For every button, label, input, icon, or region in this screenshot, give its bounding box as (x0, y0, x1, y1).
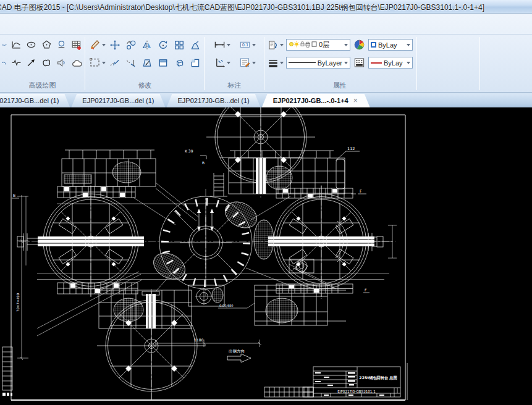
color-swatch (371, 42, 376, 48)
polygon-icon[interactable] (40, 38, 53, 52)
tab-document-1[interactable]: P0217J0-GB...del (1) (0, 94, 70, 107)
mirror-icon[interactable] (141, 38, 154, 52)
coord-dim-icon[interactable] (213, 56, 226, 70)
group-label-dimension: 标注 (205, 81, 264, 90)
dim-left: 70×7=490 (16, 293, 20, 312)
curve-icon[interactable] (10, 38, 23, 52)
label-e: E (13, 193, 15, 198)
chamfer-icon[interactable] (141, 56, 154, 70)
stretch-icon[interactable] (189, 38, 202, 52)
label-f-mid: F (360, 189, 362, 194)
corner-trim-icon[interactable] (189, 56, 202, 70)
tab-label: EJP0217J0-GB...del (1) (178, 97, 250, 104)
linetype-value: ByLayer (318, 59, 342, 67)
dropdown-caret[interactable] (407, 44, 410, 46)
linear-dim-icon[interactable] (213, 38, 226, 52)
linewidth-sample (371, 62, 382, 64)
rotate-copy-icon[interactable] (125, 38, 138, 52)
ellipse-icon[interactable] (25, 38, 38, 52)
rotate-icon[interactable] (157, 38, 170, 52)
tab-label: EJP0217J0-GB...del (1) (82, 97, 154, 104)
titleblock-drawing-number: EJP0217J0-GBS3101.1 (337, 390, 376, 394)
hatch-style-icon[interactable] (353, 56, 366, 70)
flatness-callout: 0.05/480 (219, 304, 233, 307)
label-b: B (202, 161, 205, 165)
ribbon-group-separator (479, 37, 480, 90)
contour-icon[interactable] (40, 56, 53, 70)
match-properties-icon[interactable] (266, 38, 279, 52)
extend-icon[interactable] (125, 56, 138, 70)
ribbon-group-modify: 修改 (86, 36, 204, 91)
layer-value: 0层 (319, 40, 329, 49)
view3d-icon[interactable] (173, 56, 186, 70)
ribbon-group-dimension: 0.1 标注 (205, 36, 264, 91)
label-k39: K 39 (185, 149, 193, 153)
array-icon[interactable] (173, 38, 186, 52)
tab-document-3[interactable]: EJP0217J0-GB...del (1) (167, 94, 261, 107)
box-icon[interactable] (157, 56, 170, 70)
dropdown-caret[interactable] (407, 62, 410, 64)
ribbon-group-separator (416, 37, 417, 90)
move-icon[interactable] (109, 38, 122, 52)
linewidth-value: ByLay (384, 59, 403, 67)
color-value: ByLay (378, 41, 397, 49)
group-label-properties: 属性 (265, 81, 415, 90)
group-label-modify: 修改 (86, 81, 204, 90)
ribbon-group-separator (85, 37, 85, 90)
dropdown-caret[interactable] (227, 62, 230, 64)
title-bar: CAD 电子图板2015 - [C:\Users\Administrator\D… (0, 0, 532, 14)
ribbon-panels: 高级绘图 修改 (0, 36, 532, 93)
wave-line-icon[interactable] (10, 56, 23, 70)
tab-label: P0217J0-GB...del (1) (0, 97, 59, 104)
revolve-icon[interactable] (55, 56, 68, 70)
ribbon-group-separator (264, 37, 264, 90)
dropdown-caret[interactable] (344, 44, 348, 46)
text-annotate-icon[interactable] (239, 56, 251, 70)
ribbon-group-properties: 0层 ByLay ByLayer (265, 36, 415, 91)
tab-document-2[interactable]: EJP0217J0-GB...del (1) (71, 94, 165, 107)
arrow-icon[interactable] (25, 56, 38, 70)
dropdown-caret[interactable] (102, 62, 106, 64)
ribbon-divider (0, 34, 532, 35)
linetype-sample (289, 62, 316, 63)
spline-icon[interactable] (2, 38, 8, 52)
label-f-low: F (365, 288, 367, 292)
ribbon: 高级绘图 修改 (0, 14, 532, 93)
dropdown-caret[interactable] (280, 44, 284, 46)
gear-mesh-hatch[interactable] (254, 220, 274, 259)
select-rect-icon[interactable] (88, 56, 101, 70)
cad-canvas[interactable]: E K 39 B 112 F F 1180 70×7=490 0.05/480 … (0, 107, 532, 405)
tab-close-icon[interactable]: × (352, 96, 359, 105)
line-width-icon[interactable] (266, 56, 279, 70)
brush-icon[interactable] (88, 38, 101, 52)
layer-select[interactable]: 0层 (286, 39, 350, 51)
linetype-select[interactable]: ByLayer (286, 57, 350, 69)
dropdown-caret[interactable] (102, 44, 106, 46)
sphere-icon[interactable] (55, 38, 68, 52)
ribbon-group-draw: 高级绘图 (0, 36, 85, 91)
dropdown-caret[interactable] (252, 44, 256, 46)
color-wheel-icon[interactable] (353, 38, 366, 52)
dropdown-caret[interactable] (280, 62, 284, 64)
tolerance-dim-icon[interactable]: 0.1 (239, 38, 251, 52)
dropdown-caret[interactable] (252, 62, 256, 64)
tab-document-active[interactable]: EJP0217J0-GB...-.0-1+4 × (262, 94, 370, 107)
arc-icon[interactable] (2, 56, 8, 70)
titleblock-part-name: 225t钢包回转台 总图 (359, 375, 397, 380)
tab-label: EJP0217J0-GB...-.0-1+4 (273, 97, 348, 104)
window-title: CAD 电子图板2015 - [C:\Users\Administrator\D… (0, 0, 484, 13)
label-112: 112 (347, 146, 355, 151)
color-select[interactable]: ByLay (368, 39, 413, 51)
dropdown-caret[interactable] (344, 62, 348, 64)
dim-1180: 1180 (194, 338, 203, 342)
ribbon-group-separator (204, 37, 205, 90)
svg-text:0.1: 0.1 (242, 43, 248, 48)
insert-table-icon[interactable] (70, 38, 83, 52)
direction-label: 出钢方向 (229, 349, 245, 354)
cloud-icon[interactable] (70, 56, 83, 70)
linewidth-select[interactable]: ByLay (368, 57, 413, 69)
dropdown-caret[interactable] (227, 44, 230, 46)
break-icon[interactable] (109, 56, 122, 70)
document-tabbar: P0217J0-GB...del (1) EJP0217J0-GB...del … (0, 93, 532, 107)
layer-state-icons (289, 40, 317, 49)
